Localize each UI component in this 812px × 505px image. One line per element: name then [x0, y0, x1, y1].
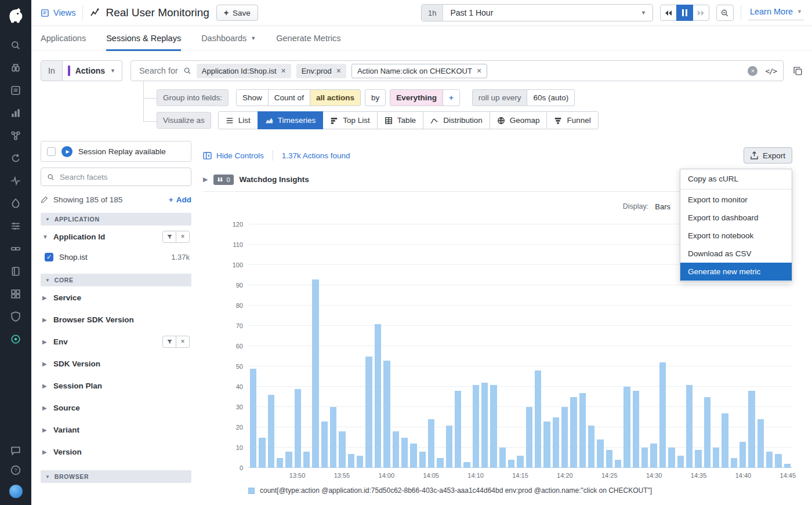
filter-chip[interactable]: Env:prod× [296, 64, 346, 78]
bar [686, 385, 693, 468]
search-input[interactable]: Search for Application Id:Shop.ist×Env:p… [130, 60, 784, 81]
time-range-selector[interactable]: 1h Past 1 Hour ▼ [421, 4, 653, 21]
bar [446, 426, 452, 468]
hide-controls-button[interactable]: Hide Controls [203, 151, 264, 160]
facet-value-row[interactable]: ✓Shop.ist1.37k [41, 248, 191, 266]
host-map-icon[interactable] [10, 63, 21, 73]
display-type-dropdown[interactable]: Bars [655, 202, 670, 211]
learn-more-dropdown[interactable]: Learn More ▼ [748, 5, 804, 20]
facet-section-header[interactable]: ▼APPLICATION [41, 213, 191, 226]
session-replay-filter[interactable]: ▶ Session Replay available [41, 141, 191, 162]
rollup-value-dropdown[interactable]: 60s (auto) [527, 89, 575, 106]
viz-option-geomap[interactable]: Geomap [490, 111, 548, 129]
menu-item-export-to-notebook[interactable]: Export to notebook [680, 227, 792, 245]
copy-query-button[interactable] [793, 66, 803, 76]
filter-chip[interactable]: Action Name:click on CHECKOUT× [351, 64, 487, 78]
remove-chip-icon[interactable]: × [336, 67, 341, 75]
forward-button[interactable] [693, 5, 709, 21]
viz-option-distribution[interactable]: Distribution [423, 111, 490, 129]
datadog-logo[interactable] [6, 5, 26, 25]
views-button[interactable]: Views [41, 8, 75, 17]
facet-label: Application Id [53, 232, 105, 241]
copy-icon [793, 66, 803, 76]
count-of-dropdown[interactable]: Count of [268, 89, 310, 106]
chevron-down-icon: ▼ [42, 234, 49, 240]
export-button[interactable]: Export [744, 147, 792, 164]
search-icon[interactable] [10, 40, 21, 50]
viz-option-timeseries[interactable]: Timeseries [258, 111, 324, 129]
checkbox[interactable] [47, 147, 56, 156]
menu-item-generate-new-metric[interactable]: Generate new metric [680, 263, 792, 281]
checkbox[interactable]: ✓ [45, 253, 53, 261]
facet-item[interactable]: ▶Env× [41, 330, 191, 353]
pause-button[interactable] [676, 5, 693, 21]
viz-option-table[interactable]: Table [377, 111, 423, 129]
save-button[interactable]: + Save [216, 5, 258, 21]
tab-sessions-replays[interactable]: Sessions & Replays [106, 26, 181, 50]
chat-icon[interactable] [10, 445, 21, 456]
menu-item-export-to-monitor[interactable]: Export to monitor [680, 191, 792, 209]
tab-applications[interactable]: Applications [41, 26, 86, 50]
add-group-by-button[interactable]: + [443, 89, 460, 106]
menu-item-export-to-dashboard[interactable]: Export to dashboard [680, 209, 792, 227]
edit-icon[interactable] [41, 196, 48, 204]
app-sidebar: ? [0, 0, 31, 505]
facet-item[interactable]: ▶SDK Version [41, 353, 191, 375]
help-icon[interactable]: ? [10, 465, 21, 475]
rum-icon[interactable] [10, 334, 21, 344]
facet-remove-button[interactable]: × [176, 231, 190, 243]
facet-section-header[interactable]: ▼BROWSER [41, 470, 191, 483]
scope-dropdown[interactable]: Actions ▼ [63, 60, 122, 81]
facet-item[interactable]: ▶Service [41, 286, 191, 308]
facet-controls: × [162, 336, 190, 348]
network-icon[interactable] [10, 130, 21, 141]
scope-in-label: In [41, 60, 63, 81]
viz-option-toplist[interactable]: Top List [322, 111, 378, 129]
notebooks-icon[interactable] [10, 266, 21, 277]
zoom-out-button[interactable] [716, 5, 734, 21]
clear-search-icon[interactable]: × [748, 66, 757, 76]
integrations-icon[interactable] [10, 289, 21, 299]
facet-section-header[interactable]: ▼CORE [41, 274, 191, 286]
menu-item-download-as-csv[interactable]: Download as CSV [680, 245, 792, 263]
menu-item-copy-as-curl[interactable]: Copy as cURL [680, 170, 792, 188]
facet-item[interactable]: ▶Session Plan [41, 375, 191, 397]
facet-filter-button[interactable] [162, 231, 176, 243]
links-icon[interactable] [10, 244, 21, 254]
group-by-dropdown[interactable]: Everything [390, 89, 443, 106]
measure-dropdown[interactable]: all actions [310, 89, 361, 106]
chart-legend: count[@type:action @application.id:75d50… [248, 486, 792, 495]
remove-chip-icon[interactable]: × [477, 67, 481, 75]
facet-search-input[interactable] [60, 173, 185, 181]
pipelines-icon[interactable] [10, 221, 21, 231]
facet-item[interactable]: ▶Browser SDK Version [41, 308, 191, 330]
apm-icon[interactable] [10, 198, 21, 209]
facet-item[interactable]: ▶Source [41, 397, 191, 419]
bar [784, 464, 791, 468]
remove-chip-icon[interactable]: × [281, 67, 286, 75]
visualization-options: ListTimeseriesTop ListTableDistributionG… [218, 111, 599, 129]
metrics-icon[interactable] [10, 108, 21, 118]
monitors-icon[interactable] [10, 176, 21, 186]
bar [766, 452, 773, 468]
facet-item[interactable]: ▼Application Id× [41, 226, 191, 248]
security-icon[interactable] [10, 311, 21, 322]
viz-option-list[interactable]: List [218, 111, 258, 129]
tab-dashboards[interactable]: Dashboards▼ [201, 26, 256, 50]
facet-filter-button[interactable] [162, 336, 176, 348]
add-facet-button[interactable]: + Add [169, 195, 191, 204]
viz-option-funnel[interactable]: Funnel [546, 111, 598, 129]
logs-icon[interactable] [10, 85, 21, 96]
playback-controls [660, 5, 709, 21]
synthetics-icon[interactable] [10, 153, 21, 164]
user-avatar[interactable] [9, 485, 23, 498]
tab-generate-metrics[interactable]: Generate Metrics [276, 26, 340, 50]
sidebar-nav-icons [10, 40, 21, 344]
facet-item[interactable]: ▶Variant [41, 419, 191, 441]
facet-item[interactable]: ▶Version [41, 441, 191, 463]
rewind-button[interactable] [660, 5, 677, 21]
bar [312, 279, 318, 468]
code-view-icon[interactable]: </> [765, 67, 777, 75]
facet-remove-button[interactable]: × [176, 336, 190, 348]
filter-chip[interactable]: Application Id:Shop.ist× [197, 64, 291, 78]
